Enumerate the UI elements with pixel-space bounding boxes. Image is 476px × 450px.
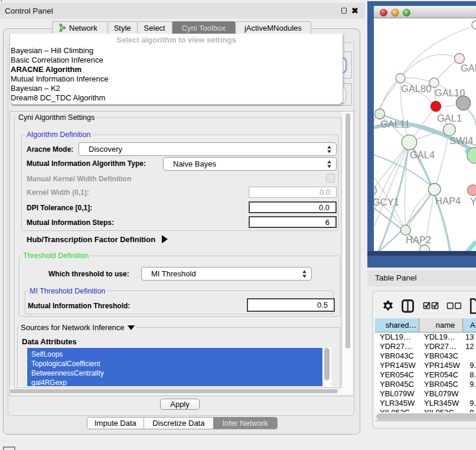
svg-text:GAL7: GAL7 <box>461 63 476 73</box>
svg-text:HAP4: HAP4 <box>435 195 461 206</box>
svg-text:GAL4: GAL4 <box>410 149 435 160</box>
svg-text:HAP2: HAP2 <box>406 234 431 245</box>
svg-text:GAL1: GAL1 <box>437 113 462 123</box>
svg-text:GAL80: GAL80 <box>401 83 431 94</box>
svg-text:YE: YE <box>470 196 476 207</box>
svg-text:SWI4: SWI4 <box>449 135 473 146</box>
svg-text:GAL10: GAL10 <box>435 87 465 98</box>
svg-text:GAL11: GAL11 <box>380 119 410 129</box>
svg-text:GCY1: GCY1 <box>374 197 399 207</box>
